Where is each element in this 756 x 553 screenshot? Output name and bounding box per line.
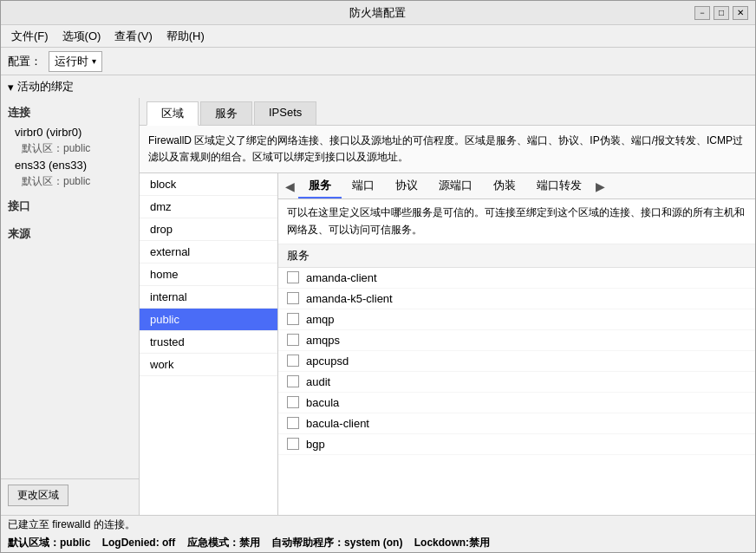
statusbar-info: 默认区域：public LogDenied: off 应急模式：禁用 自动帮助程… bbox=[1, 534, 755, 552]
runtime-dropdown[interactable]: 运行时 ▾ bbox=[49, 51, 102, 72]
zone-dmz[interactable]: dmz bbox=[140, 196, 277, 218]
sidebar-virbr0-sub: 默认区：public bbox=[1, 140, 139, 157]
window-controls: － □ ✕ bbox=[694, 6, 748, 20]
main-window: 防火墙配置 － □ ✕ 文件(F) 选项(O) 查看(V) 帮助(H) 配置： … bbox=[0, 0, 756, 553]
zone-work[interactable]: work bbox=[140, 354, 277, 376]
service-name-bgp: bgp bbox=[306, 438, 325, 451]
toggle-icon[interactable]: ▾ bbox=[8, 81, 14, 94]
log-denied-label: LogDenied: off bbox=[102, 537, 176, 549]
service-name-amqp: amqp bbox=[306, 313, 335, 326]
service-checkbox-amanda-k5-client[interactable] bbox=[287, 292, 299, 304]
service-checkbox-bacula[interactable] bbox=[287, 396, 299, 408]
statusbar-connection: 已建立至 firewalld 的连接。 bbox=[1, 516, 755, 534]
sidebar-footer: 更改区域 bbox=[1, 478, 139, 511]
menu-view[interactable]: 查看(V) bbox=[108, 27, 159, 46]
titlebar: 防火墙配置 － □ ✕ bbox=[1, 1, 755, 25]
sub-tabs-prev-arrow[interactable]: ◀ bbox=[282, 179, 298, 193]
service-apcupsd: apcupsd bbox=[278, 351, 755, 372]
right-panel: 区域 服务 IPSets FirewallD 区域定义了绑定的网络连接、接口以及… bbox=[140, 98, 755, 515]
services-list-header: 服务 bbox=[278, 244, 755, 268]
tab-ipsets[interactable]: IPSets bbox=[254, 101, 316, 125]
zone-public[interactable]: public bbox=[140, 309, 277, 331]
zone-drop[interactable]: drop bbox=[140, 218, 277, 241]
toolbar: 配置： 运行时 ▾ bbox=[1, 48, 755, 75]
service-checkbox-audit[interactable] bbox=[287, 375, 299, 387]
sub-tabs-next-arrow[interactable]: ▶ bbox=[592, 179, 609, 193]
maximize-button[interactable]: □ bbox=[714, 6, 729, 20]
sidebar-ens33[interactable]: ens33 (ens33) bbox=[1, 157, 139, 173]
default-zone-label: 默认区域：public bbox=[8, 537, 90, 549]
service-checkbox-bacula-client[interactable] bbox=[287, 417, 299, 429]
active-binding-label: 活动的绑定 bbox=[17, 79, 74, 94]
sub-tab-port-forwarding[interactable]: 端口转发 bbox=[526, 174, 592, 198]
service-bacula-client: bacula-client bbox=[278, 413, 755, 434]
service-checkbox-apcupsd[interactable] bbox=[287, 355, 299, 367]
sub-tab-ports[interactable]: 端口 bbox=[342, 174, 385, 198]
service-bacula: bacula bbox=[278, 393, 755, 413]
sidebar: 连接 virbr0 (virbr0) 默认区：public ens33 (ens… bbox=[1, 98, 140, 515]
sub-tab-services[interactable]: 服务 bbox=[298, 174, 342, 198]
services-list: amanda-client amanda-k5-client amqp bbox=[278, 268, 755, 515]
service-bgp: bgp bbox=[278, 434, 755, 455]
service-amanda-k5-client: amanda-k5-client bbox=[278, 289, 755, 309]
sub-tab-source-ports[interactable]: 源端口 bbox=[428, 174, 483, 198]
zone-trusted[interactable]: trusted bbox=[140, 331, 277, 354]
service-amqps: amqps bbox=[278, 330, 755, 351]
change-zone-button[interactable]: 更改区域 bbox=[8, 485, 68, 506]
tabs-bar: 区域 服务 IPSets bbox=[140, 98, 755, 126]
chevron-down-icon: ▾ bbox=[92, 56, 96, 66]
sidebar-virbr0[interactable]: virbr0 (virbr0) bbox=[1, 124, 139, 140]
runtime-label: 运行时 bbox=[55, 54, 88, 69]
minimize-button[interactable]: － bbox=[694, 6, 710, 20]
zone-internal[interactable]: internal bbox=[140, 286, 277, 309]
zone-external[interactable]: external bbox=[140, 241, 277, 263]
service-checkbox-amanda-client[interactable] bbox=[287, 271, 299, 283]
zone-content: block dmz drop external home internal pu… bbox=[140, 173, 755, 515]
service-audit: audit bbox=[278, 372, 755, 393]
sidebar-section-source: 来源 bbox=[1, 223, 139, 245]
sub-tab-protocols[interactable]: 协议 bbox=[385, 174, 428, 198]
service-checkbox-amqps[interactable] bbox=[287, 334, 299, 346]
zone-home[interactable]: home bbox=[140, 263, 277, 286]
sub-tab-masquerade[interactable]: 伪装 bbox=[483, 174, 526, 198]
main-content: 连接 virbr0 (virbr0) 默认区：public ens33 (ens… bbox=[1, 98, 755, 515]
zone-block[interactable]: block bbox=[140, 173, 277, 196]
service-name-amqps: amqps bbox=[306, 334, 340, 347]
window-title: 防火墙配置 bbox=[60, 5, 694, 21]
sidebar-ens33-name: ens33 (ens33) bbox=[15, 159, 87, 172]
lockdown-label: Lockdown:禁用 bbox=[414, 537, 490, 549]
menubar: 文件(F) 选项(O) 查看(V) 帮助(H) bbox=[1, 25, 755, 48]
menu-options[interactable]: 选项(O) bbox=[55, 27, 108, 46]
config-label: 配置： bbox=[8, 54, 42, 69]
sidebar-virbr0-name: virbr0 (virbr0) bbox=[15, 126, 81, 139]
sidebar-section-connections: 连接 bbox=[1, 101, 139, 124]
statusbar: 已建立至 firewalld 的连接。 默认区域：public LogDenie… bbox=[1, 515, 755, 552]
service-amqp: amqp bbox=[278, 309, 755, 330]
active-binding-bar: ▾ 活动的绑定 bbox=[1, 75, 755, 98]
service-checkbox-bgp[interactable] bbox=[287, 438, 299, 450]
emergency-label: 应急模式：禁用 bbox=[187, 537, 260, 549]
auto-help-label: 自动帮助程序：system (on) bbox=[271, 537, 402, 549]
service-name-amanda-k5-client: amanda-k5-client bbox=[306, 292, 393, 305]
service-name-apcupsd: apcupsd bbox=[306, 355, 349, 368]
zone-list: block dmz drop external home internal pu… bbox=[140, 173, 278, 515]
services-description: 可以在这里定义区域中哪些服务是可信的。可连接至绑定到这个区域的连接、接口和源的所… bbox=[278, 199, 755, 244]
service-name-audit: audit bbox=[306, 375, 330, 388]
sub-tabs: ◀ 服务 端口 协议 源端口 伪装 端口转发 ▶ bbox=[278, 173, 755, 199]
menu-file[interactable]: 文件(F) bbox=[4, 27, 55, 46]
service-name-amanda-client: amanda-client bbox=[306, 271, 377, 284]
menu-help[interactable]: 帮助(H) bbox=[160, 27, 212, 46]
services-panel: ◀ 服务 端口 协议 源端口 伪装 端口转发 ▶ 可以在这里定义区域中哪些服务是… bbox=[278, 173, 755, 515]
service-name-bacula: bacula bbox=[306, 396, 339, 409]
zone-description: FirewallD 区域定义了绑定的网络连接、接口以及源地址的可信程度。区域是服… bbox=[140, 126, 755, 173]
sidebar-section-interface: 接口 bbox=[1, 195, 139, 218]
close-button[interactable]: ✕ bbox=[733, 6, 748, 20]
tab-zones[interactable]: 区域 bbox=[147, 101, 199, 126]
service-checkbox-amqp[interactable] bbox=[287, 313, 299, 325]
service-amanda-client: amanda-client bbox=[278, 268, 755, 289]
service-name-bacula-client: bacula-client bbox=[306, 417, 369, 430]
tab-services[interactable]: 服务 bbox=[200, 101, 252, 125]
sidebar-ens33-sub: 默认区：public bbox=[1, 173, 139, 190]
